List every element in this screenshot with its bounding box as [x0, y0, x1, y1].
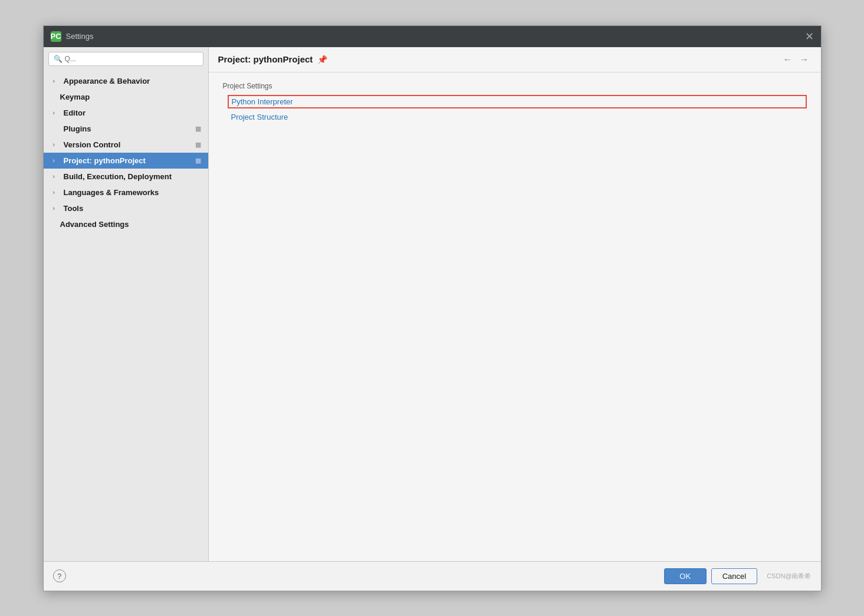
project-structure-link[interactable]: Project Structure	[228, 111, 807, 123]
title-bar-left: PC Settings	[51, 31, 94, 42]
sidebar-item-label: Build, Execution, Deployment	[64, 172, 172, 181]
push-icon: ▦	[195, 141, 201, 149]
app-icon: PC	[51, 31, 61, 42]
sidebar-item-label: Keymap	[60, 93, 90, 101]
forward-arrow[interactable]: →	[797, 53, 812, 66]
page-title: Project: pythonProject	[218, 54, 313, 64]
cancel-button[interactable]: Cancel	[711, 568, 757, 584]
sidebar-item-label: Project: pythonProject	[64, 156, 146, 165]
sidebar-item-tools[interactable]: › Tools	[44, 200, 208, 216]
ok-button[interactable]: OK	[664, 568, 707, 584]
search-icon: 🔍	[54, 55, 63, 63]
sidebar-item-label: Plugins	[64, 124, 91, 133]
sidebar-item-label: Advanced Settings	[60, 220, 129, 229]
settings-links: Python Interpreter Project Structure	[223, 95, 807, 123]
sidebar-item-advanced[interactable]: Advanced Settings	[44, 216, 208, 232]
bottom-left: ?	[53, 569, 66, 582]
sidebar-item-editor[interactable]: › Editor	[44, 105, 208, 121]
sidebar-item-project[interactable]: › Project: pythonProject ▦	[44, 153, 208, 169]
sidebar-list: › Appearance & Behavior Keymap › Editor …	[44, 71, 208, 561]
chevron-icon: ›	[53, 157, 60, 164]
sidebar-item-label: Languages & Frameworks	[64, 188, 159, 197]
main-content: Project Settings Python Interpreter Proj…	[209, 73, 821, 561]
push-icon: ▦	[195, 157, 201, 164]
nav-arrows: ← →	[781, 53, 812, 66]
bottom-bar: ? OK Cancel CSDN@南希希	[44, 561, 821, 591]
sidebar-item-version-control[interactable]: › Version Control ▦	[44, 137, 208, 153]
sidebar-item-label: Editor	[64, 108, 86, 117]
sidebar-item-plugins[interactable]: › Plugins ▦	[44, 121, 208, 137]
sidebar-item-build[interactable]: › Build, Execution, Deployment	[44, 169, 208, 185]
content-area: 🔍 › Appearance & Behavior Keymap › Edito…	[44, 47, 821, 561]
chevron-icon: ›	[53, 78, 60, 84]
chevron-icon: ›	[53, 173, 60, 180]
watermark: CSDN@南希希	[767, 572, 811, 581]
chevron-icon: ›	[53, 141, 60, 148]
sidebar-item-label: Version Control	[64, 140, 121, 149]
search-input[interactable]	[65, 55, 198, 63]
help-button[interactable]: ?	[53, 569, 66, 582]
main-header-left: Project: pythonProject 📌	[218, 54, 328, 64]
back-arrow[interactable]: ←	[781, 53, 795, 66]
chevron-icon: ›	[53, 189, 60, 196]
window-title: Settings	[66, 32, 94, 41]
title-bar: PC Settings ✕	[44, 26, 821, 47]
chevron-icon: ›	[53, 110, 60, 116]
close-button[interactable]: ✕	[805, 31, 814, 42]
sidebar: 🔍 › Appearance & Behavior Keymap › Edito…	[44, 47, 209, 561]
sidebar-item-appearance[interactable]: › Appearance & Behavior	[44, 73, 208, 89]
python-interpreter-link[interactable]: Python Interpreter	[228, 95, 807, 108]
section-label: Project Settings	[223, 82, 807, 90]
sidebar-item-languages[interactable]: › Languages & Frameworks	[44, 185, 208, 200]
chevron-icon: ›	[53, 205, 60, 212]
sidebar-item-label: Appearance & Behavior	[64, 77, 150, 85]
main-header: Project: pythonProject 📌 ← →	[209, 47, 821, 73]
pin-icon[interactable]: 📌	[317, 55, 327, 64]
settings-window: PC Settings ✕ 🔍 › Appearance & Behavior	[43, 25, 822, 591]
push-icon: ▦	[195, 125, 201, 133]
sidebar-item-keymap[interactable]: Keymap	[44, 89, 208, 105]
main-panel: Project: pythonProject 📌 ← → Project Set…	[209, 47, 821, 561]
sidebar-item-label: Tools	[64, 204, 84, 213]
search-box[interactable]: 🔍	[48, 52, 203, 66]
